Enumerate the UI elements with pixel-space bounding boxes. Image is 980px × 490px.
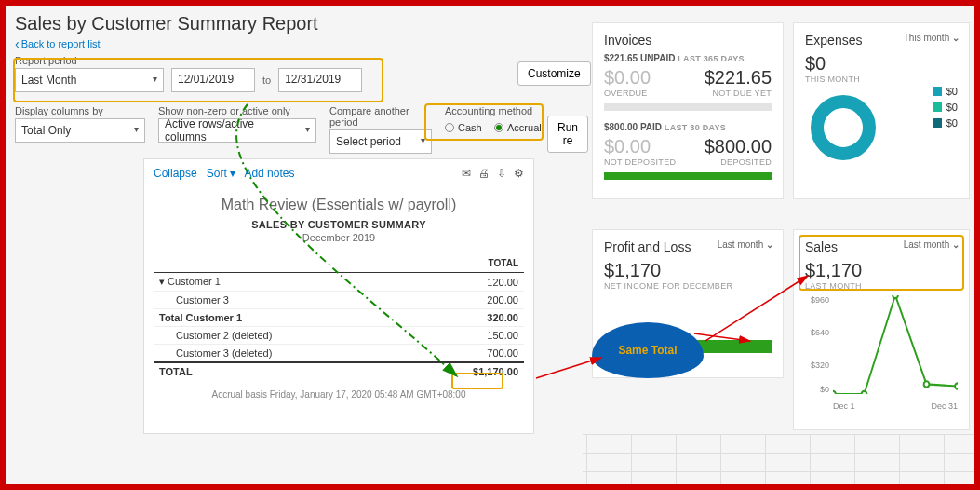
- add-notes-link[interactable]: Add notes: [244, 167, 294, 180]
- paid-bar: [604, 172, 772, 180]
- radio-dot-on-icon: [494, 123, 503, 132]
- grand-total-value: $1,170.00: [473, 366, 518, 377]
- settings-icon[interactable]: ⚙: [514, 167, 524, 180]
- pl-subtitle: NET INCOME FOR DECEMBER: [604, 281, 772, 291]
- show-nonzero-label: Show non-zero or active only: [158, 105, 316, 116]
- compare-period-label: Compare another period: [329, 105, 432, 128]
- back-to-report-list-link[interactable]: Back to report list: [15, 36, 101, 51]
- display-columns-select[interactable]: Total Only: [15, 118, 145, 143]
- report-company-name: Math Review (Essentials w/ payroll): [154, 197, 524, 213]
- sales-subtitle: LAST MONTH: [805, 281, 958, 291]
- report-preview-card: Collapse Sort ▾ Add notes ✉ 🖨 ⇩ ⚙ Math R…: [143, 158, 534, 434]
- expenses-amount: $0: [805, 53, 958, 75]
- cash-radio[interactable]: Cash: [445, 122, 482, 133]
- sales-amount: $1,170: [805, 260, 958, 281]
- unpaid-bar: [604, 103, 772, 111]
- table-row-value: 120.00: [408, 273, 524, 292]
- table-row-value: 200.00: [408, 292, 524, 309]
- table-row-label[interactable]: Customer 3: [154, 292, 408, 309]
- collapse-link[interactable]: Collapse: [154, 167, 197, 180]
- expenses-period-dropdown[interactable]: This month: [904, 33, 960, 43]
- run-report-button[interactable]: Run re: [547, 116, 588, 153]
- date-to-input[interactable]: 12/31/2019: [278, 68, 362, 92]
- expenses-card[interactable]: Expenses This month $0 THIS MONTH $0 $0 …: [793, 22, 970, 199]
- display-columns-label: Display columns by: [15, 105, 145, 116]
- compare-period-select[interactable]: Select period: [329, 129, 432, 154]
- report-heading: SALES BY CUSTOMER SUMMARY: [154, 219, 524, 230]
- invoices-card[interactable]: Invoices $221.65 UNPAID LAST 365 DAYS $0…: [592, 22, 784, 199]
- table-row-label[interactable]: Total Customer 1: [154, 309, 408, 327]
- accounting-method-label: Accounting method: [445, 105, 566, 116]
- sales-period-dropdown[interactable]: Last month: [904, 239, 960, 250]
- pl-amount: $1,170: [604, 260, 772, 281]
- table-row-label[interactable]: Customer 2 (deleted): [154, 327, 408, 345]
- page-title: Sales by Customer Summary Report: [15, 13, 573, 34]
- annotation-text: Same Total: [618, 344, 677, 357]
- accrual-radio[interactable]: Accrual: [494, 122, 542, 133]
- table-row-value: 320.00: [408, 309, 524, 327]
- donut-chart-icon: [811, 95, 876, 160]
- sales-card[interactable]: Sales Last month $1,170 LAST MONTH $960 …: [793, 229, 970, 430]
- report-period-select[interactable]: Last Month: [15, 68, 164, 92]
- total-column-header: TOTAL: [408, 254, 524, 273]
- date-from-input[interactable]: 12/01/2019: [171, 68, 255, 92]
- svg-point-3: [924, 381, 930, 387]
- sort-link[interactable]: Sort ▾: [207, 167, 235, 180]
- svg-point-4: [955, 383, 958, 388]
- grand-total-label: TOTAL: [154, 362, 408, 380]
- report-table: TOTAL ▾ Customer 1120.00Customer 3200.00…: [154, 254, 524, 380]
- svg-point-2: [893, 295, 898, 298]
- expenses-legend: $0 $0 $0: [933, 81, 958, 133]
- pl-period-dropdown[interactable]: Last month: [718, 239, 773, 250]
- print-icon[interactable]: 🖨: [478, 167, 490, 180]
- table-row-value: 150.00: [408, 327, 524, 345]
- email-icon[interactable]: ✉: [462, 167, 471, 180]
- radio-dot-icon: [445, 123, 454, 132]
- table-row-label[interactable]: ▾ Customer 1: [154, 273, 408, 292]
- sales-line-chart: $960 $640 $320 $0 Dec 1Dec 31: [805, 295, 958, 411]
- customize-button[interactable]: Customize: [517, 61, 591, 86]
- svg-point-0: [833, 391, 836, 394]
- invoices-title: Invoices: [604, 33, 772, 48]
- report-period-label: Report period: [15, 55, 573, 66]
- svg-point-1: [862, 391, 867, 394]
- table-row-value: 700.00: [408, 345, 524, 363]
- table-row-label[interactable]: Customer 3 (deleted): [154, 345, 408, 363]
- date-to-label: to: [262, 75, 271, 86]
- report-footer: Accrual basis Friday, January 17, 2020 0…: [154, 389, 524, 400]
- export-icon[interactable]: ⇩: [497, 167, 506, 180]
- report-period-text: December 2019: [154, 232, 524, 243]
- show-nonzero-select[interactable]: Active rows/active columns: [158, 118, 316, 143]
